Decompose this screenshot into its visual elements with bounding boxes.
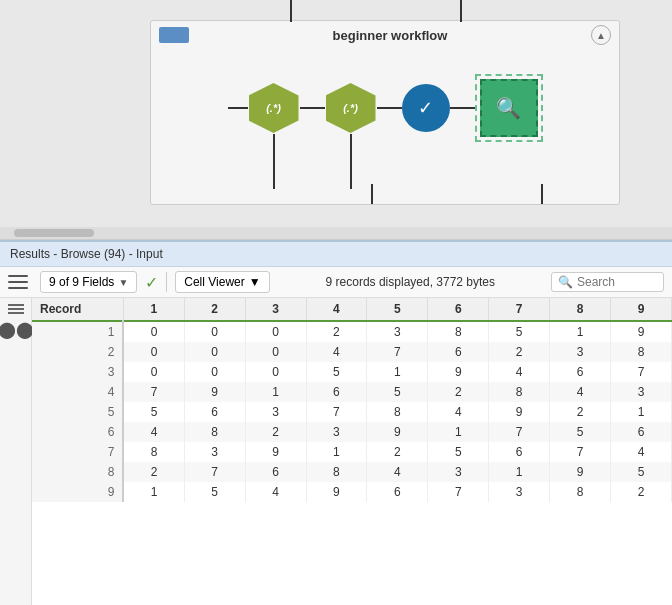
cell-col-7[interactable]: 3 xyxy=(489,482,550,502)
scrollbar-thumb[interactable] xyxy=(14,229,94,237)
cell-col-4[interactable]: 5 xyxy=(306,362,367,382)
cell-col-1[interactable]: 2 xyxy=(123,462,184,482)
cell-col-4[interactable]: 6 xyxy=(306,382,367,402)
cell-col-9[interactable]: 5 xyxy=(610,462,671,482)
table-row[interactable]: 8276843195 xyxy=(32,462,672,482)
cell-col-9[interactable]: 6 xyxy=(610,422,671,442)
cell-col-3[interactable]: 4 xyxy=(245,482,306,502)
table-container[interactable]: Record 1 2 3 4 5 6 7 8 9 100023851920004… xyxy=(32,298,672,605)
cell-col-3[interactable]: 3 xyxy=(245,402,306,422)
cell-record-num[interactable]: 7 xyxy=(32,442,123,462)
cell-col-9[interactable]: 8 xyxy=(610,342,671,362)
cell-col-6[interactable]: 1 xyxy=(428,422,489,442)
cell-col-6[interactable]: 7 xyxy=(428,482,489,502)
cell-col-2[interactable]: 5 xyxy=(184,482,245,502)
browse-icon[interactable]: ⬤⬤ xyxy=(0,320,34,339)
cell-col-9[interactable]: 2 xyxy=(610,482,671,502)
cell-record-num[interactable]: 3 xyxy=(32,362,123,382)
cell-col-1[interactable]: 0 xyxy=(123,342,184,362)
cell-col-7[interactable]: 8 xyxy=(489,382,550,402)
cell-record-num[interactable]: 6 xyxy=(32,422,123,442)
cell-col-9[interactable]: 1 xyxy=(610,402,671,422)
list-view-icon[interactable] xyxy=(8,304,24,314)
table-row[interactable]: 5563784921 xyxy=(32,402,672,422)
cell-col-5[interactable]: 6 xyxy=(367,482,428,502)
cell-col-8[interactable]: 2 xyxy=(550,402,611,422)
cell-col-2[interactable]: 8 xyxy=(184,422,245,442)
cell-col-2[interactable]: 7 xyxy=(184,462,245,482)
table-row[interactable]: 7839125674 xyxy=(32,442,672,462)
cell-col-8[interactable]: 9 xyxy=(550,462,611,482)
cell-col-7[interactable]: 6 xyxy=(489,442,550,462)
hex-node-1[interactable]: (.*) xyxy=(248,82,300,134)
cell-col-5[interactable]: 1 xyxy=(367,362,428,382)
cell-col-1[interactable]: 5 xyxy=(123,402,184,422)
cell-col-3[interactable]: 0 xyxy=(245,321,306,342)
cell-col-5[interactable]: 7 xyxy=(367,342,428,362)
cell-record-num[interactable]: 8 xyxy=(32,462,123,482)
cell-col-3[interactable]: 1 xyxy=(245,382,306,402)
cell-col-6[interactable]: 8 xyxy=(428,321,489,342)
cell-col-4[interactable]: 2 xyxy=(306,321,367,342)
cell-col-9[interactable]: 7 xyxy=(610,362,671,382)
cell-col-4[interactable]: 4 xyxy=(306,342,367,362)
cell-col-4[interactable]: 1 xyxy=(306,442,367,462)
cell-col-4[interactable]: 9 xyxy=(306,482,367,502)
cell-col-5[interactable]: 5 xyxy=(367,382,428,402)
cell-record-num[interactable]: 5 xyxy=(32,402,123,422)
cell-col-4[interactable]: 8 xyxy=(306,462,367,482)
cell-col-1[interactable]: 0 xyxy=(123,321,184,342)
cell-col-5[interactable]: 8 xyxy=(367,402,428,422)
cell-col-2[interactable]: 0 xyxy=(184,321,245,342)
search-input[interactable] xyxy=(577,275,657,289)
cell-col-7[interactable]: 1 xyxy=(489,462,550,482)
cell-col-5[interactable]: 2 xyxy=(367,442,428,462)
cell-col-3[interactable]: 0 xyxy=(245,342,306,362)
table-row[interactable]: 1000238519 xyxy=(32,321,672,342)
fields-button[interactable]: 9 of 9 Fields ▼ xyxy=(40,271,137,293)
cell-col-3[interactable]: 6 xyxy=(245,462,306,482)
cell-col-6[interactable]: 3 xyxy=(428,462,489,482)
cell-col-3[interactable]: 2 xyxy=(245,422,306,442)
table-row[interactable]: 6482391756 xyxy=(32,422,672,442)
cell-col-9[interactable]: 3 xyxy=(610,382,671,402)
cell-col-2[interactable]: 9 xyxy=(184,382,245,402)
cell-col-5[interactable]: 9 xyxy=(367,422,428,442)
cell-col-4[interactable]: 7 xyxy=(306,402,367,422)
table-row[interactable]: 2000476238 xyxy=(32,342,672,362)
cell-col-2[interactable]: 0 xyxy=(184,362,245,382)
cell-col-2[interactable]: 0 xyxy=(184,342,245,362)
table-row[interactable]: 3000519467 xyxy=(32,362,672,382)
cell-col-7[interactable]: 9 xyxy=(489,402,550,422)
cell-col-6[interactable]: 5 xyxy=(428,442,489,462)
cell-col-2[interactable]: 6 xyxy=(184,402,245,422)
cell-record-num[interactable]: 4 xyxy=(32,382,123,402)
cell-col-4[interactable]: 3 xyxy=(306,422,367,442)
cell-record-num[interactable]: 1 xyxy=(32,321,123,342)
cell-col-6[interactable]: 9 xyxy=(428,362,489,382)
cell-col-2[interactable]: 3 xyxy=(184,442,245,462)
cell-col-5[interactable]: 4 xyxy=(367,462,428,482)
cell-col-7[interactable]: 7 xyxy=(489,422,550,442)
cell-viewer-button[interactable]: Cell Viewer ▼ xyxy=(175,271,269,293)
cell-col-9[interactable]: 4 xyxy=(610,442,671,462)
cell-col-8[interactable]: 3 xyxy=(550,342,611,362)
cell-col-8[interactable]: 8 xyxy=(550,482,611,502)
cell-col-7[interactable]: 2 xyxy=(489,342,550,362)
cell-col-8[interactable]: 4 xyxy=(550,382,611,402)
cell-col-8[interactable]: 5 xyxy=(550,422,611,442)
scroll-up-button[interactable]: ▲ xyxy=(591,25,611,45)
cell-col-8[interactable]: 7 xyxy=(550,442,611,462)
cell-col-5[interactable]: 3 xyxy=(367,321,428,342)
cell-col-6[interactable]: 6 xyxy=(428,342,489,362)
h-scrollbar[interactable] xyxy=(0,227,672,239)
cell-col-7[interactable]: 4 xyxy=(489,362,550,382)
table-row[interactable]: 4791652843 xyxy=(32,382,672,402)
cell-col-9[interactable]: 9 xyxy=(610,321,671,342)
cell-record-num[interactable]: 2 xyxy=(32,342,123,362)
cell-col-3[interactable]: 9 xyxy=(245,442,306,462)
cell-col-1[interactable]: 4 xyxy=(123,422,184,442)
hex-node-2[interactable]: (.*) xyxy=(325,82,377,134)
circle-node[interactable]: ✓ xyxy=(402,84,450,132)
cell-col-6[interactable]: 2 xyxy=(428,382,489,402)
